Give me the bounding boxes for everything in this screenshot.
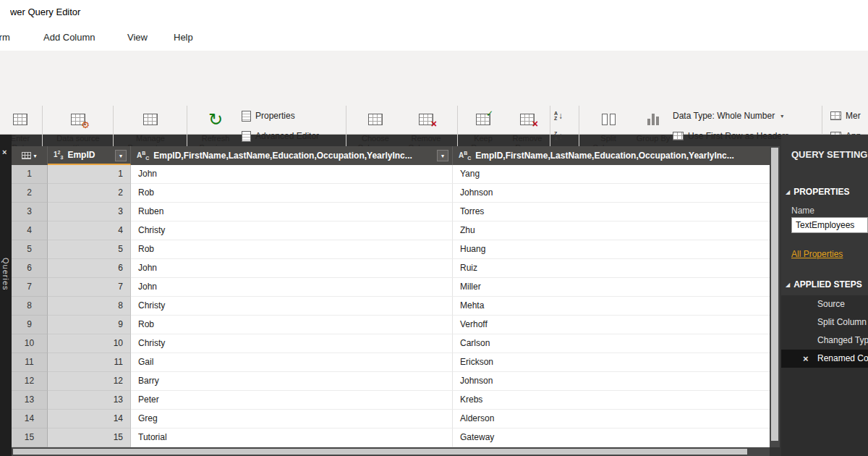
- use-first-row-button[interactable]: Use First Row as Headers ▾: [673, 127, 798, 145]
- properties-header-label: PROPERTIES: [793, 187, 849, 197]
- row-number-cell[interactable]: 4: [12, 221, 48, 240]
- row-number-cell[interactable]: 7: [12, 278, 48, 297]
- column-header-empid[interactable]: 123 EmpID ▾: [48, 146, 131, 165]
- lastname-cell[interactable]: Erickson: [453, 353, 770, 372]
- menu-item-help[interactable]: Help: [174, 24, 193, 51]
- lastname-cell[interactable]: Carlson: [453, 334, 770, 353]
- horizontal-scrollbar-thumb[interactable]: [13, 449, 747, 455]
- lastname-cell[interactable]: Verhoff: [453, 316, 770, 334]
- firstname-cell[interactable]: Greg: [131, 410, 453, 428]
- firstname-cell[interactable]: Barry: [131, 372, 453, 391]
- empid-cell[interactable]: 13: [48, 391, 131, 410]
- table-select-icon: [22, 152, 31, 159]
- filter-button[interactable]: ▾: [115, 150, 127, 161]
- applied-step-renamed-columns[interactable]: ×Renamed Columns: [781, 350, 868, 368]
- row-number-cell[interactable]: 1: [12, 165, 48, 184]
- firstname-cell[interactable]: Christy: [131, 334, 453, 353]
- empid-cell[interactable]: 2: [48, 184, 131, 203]
- expand-queries-icon[interactable]: ×: [2, 148, 7, 156]
- menu-item-transform[interactable]: Transform: [0, 24, 10, 51]
- empid-cell[interactable]: 9: [48, 316, 131, 334]
- lastname-cell[interactable]: Gateway: [453, 428, 770, 447]
- lastname-cell[interactable]: Johnson: [453, 372, 770, 391]
- empid-cell[interactable]: 6: [48, 259, 131, 278]
- firstname-cell[interactable]: Gail: [131, 353, 453, 372]
- sort-descending-button[interactable]: ZA↓: [554, 127, 563, 145]
- firstname-cell[interactable]: John: [131, 278, 453, 297]
- data-type-button[interactable]: Data Type: Whole Number ▾: [673, 107, 783, 124]
- advanced-editor-button[interactable]: Advanced Editor: [242, 127, 319, 145]
- lastname-cell[interactable]: Johnson: [453, 184, 770, 203]
- applied-steps-section-header[interactable]: ◢ APPLIED STEPS: [786, 279, 862, 290]
- empid-cell[interactable]: 4: [48, 221, 131, 240]
- ribbon: Enter Data ⚙ Data source settings Manage…: [0, 51, 868, 135]
- all-properties-link[interactable]: All Properties: [791, 249, 843, 259]
- empid-cell[interactable]: 5: [48, 240, 131, 259]
- lastname-cell[interactable]: Yang: [453, 165, 770, 184]
- vertical-scrollbar-thumb[interactable]: [771, 148, 778, 441]
- sort-ascending-button[interactable]: AZ↓: [554, 107, 563, 124]
- menu-item-view[interactable]: View: [127, 24, 148, 51]
- firstname-cell[interactable]: Ruben: [131, 203, 453, 221]
- row-number-cell[interactable]: 6: [12, 259, 48, 278]
- properties-button[interactable]: Properties: [242, 107, 295, 124]
- vertical-scrollbar[interactable]: [770, 146, 780, 447]
- empid-cell[interactable]: 10: [48, 334, 131, 353]
- applied-step-source[interactable]: Source: [781, 295, 868, 313]
- firstname-cell[interactable]: Peter: [131, 391, 453, 410]
- row-number-cell[interactable]: 5: [12, 240, 48, 259]
- empid-cell[interactable]: 3: [48, 203, 131, 221]
- select-all-header[interactable]: ▾: [12, 146, 48, 165]
- row-number-cell[interactable]: 14: [12, 410, 48, 428]
- firstname-cell[interactable]: John: [131, 259, 453, 278]
- table-row: 77JohnMiller: [12, 278, 770, 297]
- firstname-cell[interactable]: Christy: [131, 221, 453, 240]
- firstname-cell[interactable]: Rob: [131, 240, 453, 259]
- applied-step-changed-type[interactable]: Changed Type: [781, 332, 868, 350]
- menu-item-add-column[interactable]: Add Column: [43, 24, 95, 51]
- firstname-cell[interactable]: Rob: [131, 184, 453, 203]
- firstname-cell[interactable]: Rob: [131, 316, 453, 334]
- empid-cell[interactable]: 1: [48, 165, 131, 184]
- row-number-cell[interactable]: 10: [12, 334, 48, 353]
- properties-section-header[interactable]: ◢ PROPERTIES: [786, 187, 850, 197]
- row-number-cell[interactable]: 3: [12, 203, 48, 221]
- row-number-cell[interactable]: 13: [12, 391, 48, 410]
- empid-cell[interactable]: 8: [48, 297, 131, 316]
- empid-cell[interactable]: 11: [48, 353, 131, 372]
- delete-step-icon[interactable]: ×: [803, 350, 809, 368]
- text-type-icon: ABC: [137, 151, 149, 161]
- merge-queries-button[interactable]: Mer: [830, 107, 861, 124]
- lastname-cell[interactable]: Huang: [453, 240, 770, 259]
- enter-data-icon: [13, 114, 27, 125]
- lastname-cell[interactable]: Torres: [453, 203, 770, 221]
- queries-pane-collapsed[interactable]: × Queries: [0, 135, 12, 456]
- row-number-cell[interactable]: 15: [12, 428, 48, 447]
- lastname-cell[interactable]: Mehta: [453, 297, 770, 316]
- row-number-cell[interactable]: 8: [12, 297, 48, 316]
- empid-cell[interactable]: 12: [48, 372, 131, 391]
- firstname-cell[interactable]: Christy: [131, 297, 453, 316]
- column-header-lastname[interactable]: ABC EmpID,FirstName,LastName,Education,O…: [453, 146, 770, 165]
- filter-button[interactable]: ▾: [437, 150, 448, 161]
- table-row: 44ChristyZhu: [12, 221, 770, 240]
- row-number-cell[interactable]: 11: [12, 353, 48, 372]
- row-number-cell[interactable]: 12: [12, 372, 48, 391]
- lastname-cell[interactable]: Krebs: [453, 391, 770, 410]
- lastname-cell[interactable]: Alderson: [453, 410, 770, 428]
- lastname-cell[interactable]: Miller: [453, 278, 770, 297]
- queries-pane-label[interactable]: Queries: [1, 258, 10, 291]
- row-number-cell[interactable]: 9: [12, 316, 48, 334]
- empid-cell[interactable]: 7: [48, 278, 131, 297]
- applied-step-split-column[interactable]: Split Column: [781, 313, 868, 332]
- firstname-cell[interactable]: Tutorial: [131, 428, 453, 447]
- horizontal-scrollbar[interactable]: [12, 447, 770, 456]
- empid-cell[interactable]: 14: [48, 410, 131, 428]
- lastname-cell[interactable]: Ruiz: [453, 259, 770, 278]
- query-name-input[interactable]: [791, 217, 868, 233]
- firstname-cell[interactable]: John: [131, 165, 453, 184]
- column-header-firstname[interactable]: ABC EmpID,FirstName,LastName,Education,O…: [131, 146, 453, 165]
- row-number-cell[interactable]: 2: [12, 184, 48, 203]
- empid-cell[interactable]: 15: [48, 428, 131, 447]
- lastname-cell[interactable]: Zhu: [453, 221, 770, 240]
